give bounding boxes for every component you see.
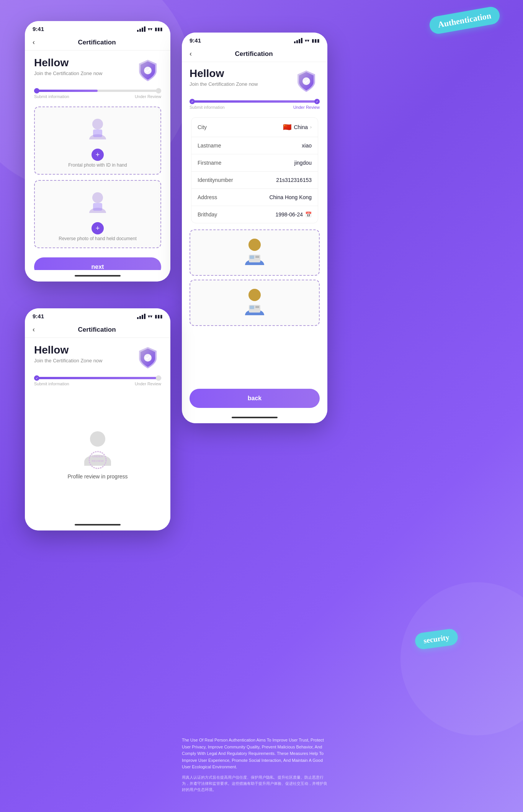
form-row-address[interactable]: Address China Hong Kong [191,189,318,206]
next-button[interactable]: next [34,257,161,270]
shield-icon-wrap-3 [134,344,161,371]
status-time-1: 9:41 [33,26,44,32]
nav-title-2: Certification [196,50,312,58]
photo-box-frontal-2[interactable] [190,229,320,276]
status-time-3: 9:41 [33,313,44,319]
form-row-firstname[interactable]: Firstname jingdou [191,154,318,172]
review-person-icon: UNDER REVIEW [78,427,117,473]
birthday-label: Brithday [198,211,217,218]
person-icon-frontal [82,113,113,144]
progress-dot-left-3: ✓ [34,375,39,381]
form-row-identity[interactable]: Identitynumber 21s312316153 [191,172,318,189]
back-arrow-3[interactable]: ‹ [33,326,35,334]
svg-point-1 [92,119,103,129]
form-row-lastname[interactable]: Lastname xiao [191,137,318,154]
firstname-label: Firstname [198,160,221,166]
phone-mockup-2: 9:41 ▾▾ ▮▮▮ ‹ Certification Hello [182,33,327,423]
identity-label: Identitynumber [198,177,233,183]
signal-bar [301,38,302,43]
status-bar-1: 9:41 ▾▾ ▮▮▮ [25,21,170,35]
shield-icon-2 [293,67,320,94]
progress-track-2: ✓ [190,100,320,103]
wifi-icon-3: ▾▾ [148,314,152,319]
progress-left-label-3: Submit information [34,381,69,386]
add-button-frontal[interactable]: + [92,149,104,161]
progress-dot-left-1 [34,88,39,93]
chevron-icon: › [310,124,312,130]
svg-rect-13 [250,306,254,309]
hero-title-2: Hellow [190,67,258,80]
birthday-value: 1998-06-24 📅 [275,211,312,218]
progress-section-1: Submit information Under Review [34,90,161,99]
battery-icon-3: ▮▮▮ [155,314,163,319]
shield-icon-1 [134,57,161,83]
progress-dot-left-2: ✓ [190,99,195,104]
progress-section-2: ✓ Submit information Under Review [190,100,320,110]
progress-labels-2: Submit information Under Review [190,105,320,110]
progress-track-3: ✓ [34,377,161,379]
hero-title-1: Hellow [34,57,102,69]
hero-section-2: Hellow Join the Certification Zone now [190,67,320,94]
wifi-icon: ▾▾ [148,26,152,32]
footer-english-text: The Use Of Real Person Authentication Ai… [182,737,327,771]
person-with-id-frontal [237,236,272,269]
nav-bar-3: ‹ Certification [25,323,170,338]
content-1: Hellow Join the Certification Zone now [25,51,170,270]
add-button-reverse[interactable]: + [92,222,104,234]
progress-labels-1: Submit information Under Review [34,94,161,99]
photo-box-reverse[interactable]: + Reverse photo of hand held document [34,180,161,248]
svg-point-17 [90,431,105,447]
battery-icon-2: ▮▮▮ [312,38,320,43]
security-label: security [414,628,459,650]
firstname-value: jingdou [294,160,312,166]
progress-left-label-2: Submit information [190,105,225,110]
home-bar-3 [75,524,121,526]
footer-chinese-text: 用真人认证的方式旨在提高用户信任度、保护用户隐私、提升社区质量、防止恶意行为，并… [182,774,327,793]
back-arrow-2[interactable]: ‹ [190,50,192,58]
signal-bar [294,41,296,43]
city-value: 🇨🇳 China › [283,123,312,131]
form-row-birthday[interactable]: Brithday 1998-06-24 📅 [191,206,318,223]
signal-bar [139,29,141,32]
signal-bar [137,317,139,319]
content-3: Hellow Join the Certification Zone now [25,338,170,519]
calendar-icon[interactable]: 📅 [305,211,312,218]
city-label: City [198,124,207,130]
home-indicator-1 [25,270,170,282]
status-bar-2: 9:41 ▾▾ ▮▮▮ [182,33,327,47]
wifi-icon-2: ▾▾ [305,38,309,43]
svg-rect-2 [93,129,102,137]
lastname-value: xiao [302,142,312,149]
photo-box-reverse-2[interactable] [190,280,320,326]
svg-point-3 [92,192,103,203]
signal-bars-1 [137,26,145,32]
status-icons-3: ▾▾ ▮▮▮ [137,314,163,319]
home-indicator-3 [25,519,170,530]
svg-point-11 [248,289,261,301]
hero-subtitle-1: Join the Certification Zone now [34,70,102,76]
home-bar-1 [75,275,121,277]
signal-bar [144,26,145,32]
back-button[interactable]: back [190,389,320,408]
photo-label-frontal: Frontal photo with ID in hand [68,162,127,168]
content-2: Hellow Join the Certification Zone now [182,62,327,385]
svg-text:UNDER: UNDER [92,455,103,458]
person-icon-reverse [82,187,113,218]
progress-fill-3 [34,377,161,379]
shield-icon-wrap-1 [134,57,161,83]
form-row-city[interactable]: City 🇨🇳 China › [191,118,318,137]
progress-dot-right-2 [314,99,320,104]
back-arrow-1[interactable]: ‹ [33,38,35,46]
svg-text:REVIEW: REVIEW [92,459,104,463]
signal-bars-2 [294,38,302,43]
signal-bar [139,316,141,319]
signal-bar [296,40,298,43]
review-text: Profile review in progress [67,473,127,480]
form-section: City 🇨🇳 China › Lastname xiao Firstname … [191,117,318,223]
progress-section-3: ✓ Submit information Under Review [34,377,161,386]
hero-title-3: Hellow [34,344,102,356]
photo-avatar-reverse [82,187,113,219]
photo-box-frontal[interactable]: + Frontal photo with ID in hand [34,106,161,175]
progress-track-1 [34,90,161,92]
hero-text-2: Hellow Join the Certification Zone now [190,67,258,87]
